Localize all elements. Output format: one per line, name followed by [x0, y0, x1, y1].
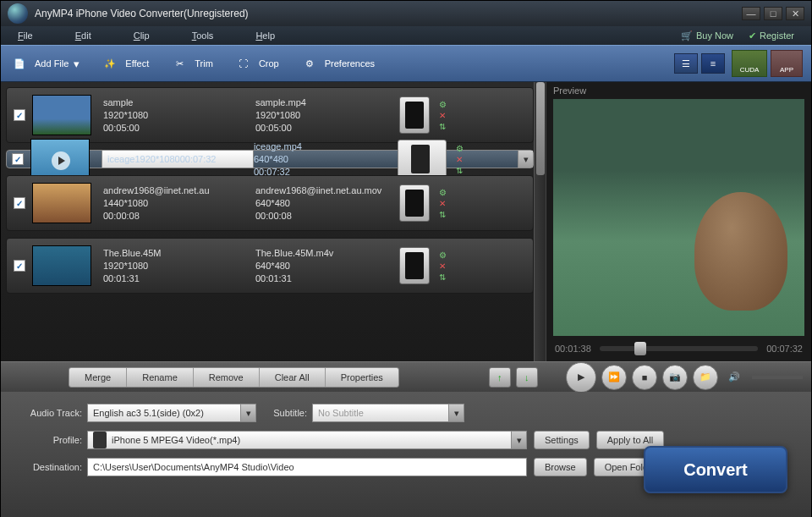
menu-file[interactable]: File: [18, 30, 33, 41]
gear-icon: ⚙: [299, 53, 320, 74]
effect-icon: ✨: [100, 53, 120, 74]
clear-all-button[interactable]: Clear All: [260, 368, 326, 387]
volume-icon[interactable]: 🔊: [728, 371, 740, 382]
trim-button[interactable]: ✂Trim: [169, 53, 213, 74]
list-scrollbar[interactable]: [534, 82, 546, 361]
file-row[interactable]: ✓ sample1920*108000:05:00 sample.mp41920…: [6, 87, 534, 143]
audio-track-label: Audio Track:: [13, 408, 82, 418]
play-button[interactable]: ▶: [566, 362, 596, 393]
next-button[interactable]: ⏩: [601, 365, 627, 390]
open-snapshot-button[interactable]: 📁: [693, 365, 718, 390]
destination-label: Destination:: [13, 462, 82, 472]
row-move-icon[interactable]: ⇅: [439, 272, 446, 282]
subtitle-label: Subtitle:: [256, 408, 307, 418]
row-remove-icon[interactable]: ✕: [439, 111, 446, 120]
thumbnail: [30, 139, 90, 179]
audio-track-select[interactable]: English ac3 5.1(side) (0x2)▾: [87, 404, 256, 422]
merge-button[interactable]: Merge: [69, 368, 127, 387]
list-toolbar: Merge Rename Remove Clear All Properties…: [1, 361, 811, 392]
menubar: File Edit Clip Tools Help 🛒Buy Now ✔Regi…: [1, 26, 811, 45]
move-up-button[interactable]: ↑: [489, 367, 511, 388]
device-icon[interactable]: [399, 247, 430, 284]
trim-icon: ✂: [169, 53, 189, 74]
rename-button[interactable]: Rename: [127, 368, 194, 387]
stop-button[interactable]: ■: [632, 365, 657, 390]
close-button[interactable]: ✕: [786, 7, 804, 20]
buy-now-link[interactable]: 🛒Buy Now: [681, 30, 733, 41]
add-file-button[interactable]: 📄Add File ▾: [9, 53, 80, 74]
thumbnail: [32, 95, 91, 135]
seek-slider[interactable]: [600, 346, 758, 351]
amd-app-badge: APP: [771, 50, 803, 77]
thumbnail: [32, 245, 91, 286]
volume-slider[interactable]: [752, 376, 803, 379]
settings-panel: Audio Track: English ac3 5.1(side) (0x2)…: [1, 392, 811, 517]
row-settings-icon[interactable]: ⚙: [439, 188, 447, 197]
properties-button[interactable]: Properties: [326, 368, 398, 387]
crop-button[interactable]: ⛶Crop: [233, 53, 279, 74]
chevron-down-icon[interactable]: ▾: [518, 151, 533, 168]
row-checkbox[interactable]: ✓: [14, 109, 25, 121]
settings-button[interactable]: Settings: [534, 431, 590, 449]
row-remove-icon[interactable]: ✕: [456, 155, 463, 164]
row-remove-icon[interactable]: ✕: [439, 199, 446, 208]
profile-select[interactable]: iPhone 5 MPEG4 Video(*.mp4)▾: [87, 431, 527, 449]
play-overlay-icon: [52, 151, 70, 170]
file-row[interactable]: ✓ iceage1920*108000:07:32 iceage.mp4640*…: [6, 150, 534, 168]
row-checkbox[interactable]: ✓: [14, 260, 25, 272]
window-title: AnyMP4 iPhone Video Converter(Unregister…: [35, 8, 738, 19]
time-total: 00:07:32: [766, 344, 803, 354]
subtitle-select[interactable]: No Subtitle▾: [312, 404, 464, 422]
add-file-icon: 📄: [9, 53, 30, 74]
convert-button[interactable]: Convert: [644, 446, 787, 493]
row-checkbox[interactable]: ✓: [12, 153, 24, 165]
remove-button[interactable]: Remove: [194, 368, 260, 387]
row-move-icon[interactable]: ⇅: [439, 210, 446, 219]
titlebar: AnyMP4 iPhone Video Converter(Unregister…: [1, 1, 811, 26]
move-down-button[interactable]: ↓: [516, 367, 538, 388]
toolbar: 📄Add File ▾ ✨Effect ✂Trim ⛶Crop ⚙Prefere…: [1, 45, 811, 82]
cuda-badge: CUDA: [732, 50, 767, 77]
phone-icon: [93, 432, 107, 448]
preview-pane: Preview 00:01:38 00:07:32: [546, 82, 811, 361]
device-icon[interactable]: [399, 96, 430, 134]
effect-button[interactable]: ✨Effect: [100, 53, 149, 74]
time-current: 00:01:38: [555, 344, 591, 354]
file-list: ✓ sample1920*108000:05:00 sample.mp41920…: [1, 82, 534, 361]
row-checkbox[interactable]: ✓: [14, 197, 25, 209]
snapshot-button[interactable]: 📷: [662, 365, 688, 390]
preferences-button[interactable]: ⚙Preferences: [299, 53, 375, 74]
menu-clip[interactable]: Clip: [134, 30, 150, 41]
thumbnail: [32, 183, 91, 223]
row-move-icon[interactable]: ⇅: [456, 166, 463, 175]
device-selector[interactable]: ▾: [398, 140, 447, 179]
row-settings-icon[interactable]: ⚙: [439, 100, 447, 109]
maximize-button[interactable]: □: [764, 7, 782, 20]
menu-tools[interactable]: Tools: [192, 30, 214, 41]
preview-video[interactable]: [553, 99, 804, 336]
profile-label: Profile:: [13, 435, 82, 445]
menu-edit[interactable]: Edit: [75, 30, 91, 41]
view-detail-button[interactable]: ≡: [701, 53, 725, 74]
row-settings-icon[interactable]: ⚙: [456, 144, 464, 153]
destination-input[interactable]: C:\Users\User\Documents\AnyMP4 Studio\Vi…: [87, 458, 527, 476]
row-settings-icon[interactable]: ⚙: [439, 250, 447, 260]
view-list-button[interactable]: ☰: [674, 53, 698, 74]
minimize-button[interactable]: —: [742, 7, 760, 20]
preview-label: Preview: [546, 82, 811, 99]
register-link[interactable]: ✔Register: [749, 30, 794, 41]
menu-help[interactable]: Help: [255, 30, 275, 41]
file-row[interactable]: ✓ andrew1968@iinet.net.au1440*108000:00:…: [6, 175, 534, 231]
app-logo-icon: [8, 3, 28, 24]
browse-button[interactable]: Browse: [534, 458, 587, 476]
row-move-icon[interactable]: ⇅: [439, 122, 446, 131]
row-remove-icon[interactable]: ✕: [439, 261, 446, 271]
file-row[interactable]: ✓ The.Blue.45M1920*108000:01:31 The.Blue…: [6, 238, 534, 294]
device-icon[interactable]: [399, 184, 430, 222]
crop-icon: ⛶: [233, 53, 254, 74]
